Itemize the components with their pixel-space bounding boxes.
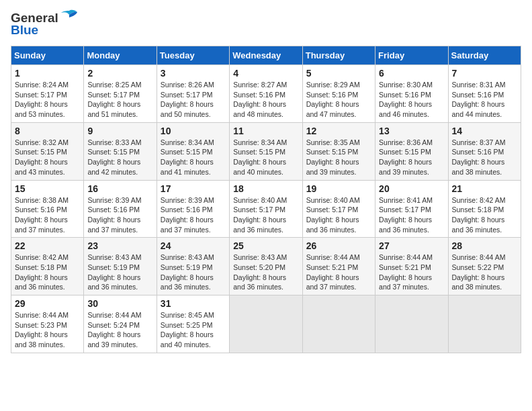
day-info: Sunrise: 8:30 AMSunset: 5:16 PMDaylight:… bbox=[379, 80, 444, 120]
day-header-tuesday: Tuesday bbox=[157, 46, 229, 65]
day-info: Sunrise: 8:34 AMSunset: 5:15 PMDaylight:… bbox=[233, 138, 298, 177]
calendar-cell: 15Sunrise: 8:38 AMSunset: 5:16 PMDayligh… bbox=[11, 180, 84, 238]
calendar-cell: 9Sunrise: 8:33 AMSunset: 5:15 PMDaylight… bbox=[84, 122, 157, 180]
calendar-cell: 28Sunrise: 8:44 AMSunset: 5:22 PMDayligh… bbox=[448, 238, 521, 295]
day-info: Sunrise: 8:43 AMSunset: 5:19 PMDaylight:… bbox=[87, 253, 152, 292]
day-info: Sunrise: 8:41 AMSunset: 5:17 PMDaylight:… bbox=[379, 195, 444, 235]
calendar-week-row: 22Sunrise: 8:42 AMSunset: 5:18 PMDayligh… bbox=[11, 238, 521, 295]
calendar-cell: 14Sunrise: 8:37 AMSunset: 5:16 PMDayligh… bbox=[448, 122, 521, 180]
calendar-cell: 2Sunrise: 8:25 AMSunset: 5:17 PMDaylight… bbox=[84, 65, 157, 123]
calendar-cell: 12Sunrise: 8:35 AMSunset: 5:15 PMDayligh… bbox=[302, 122, 375, 180]
day-info: Sunrise: 8:42 AMSunset: 5:18 PMDaylight:… bbox=[452, 195, 517, 235]
day-number: 31 bbox=[161, 298, 226, 309]
day-info: Sunrise: 8:44 AMSunset: 5:21 PMDaylight:… bbox=[379, 253, 444, 292]
day-number: 6 bbox=[379, 68, 444, 79]
calendar-cell: 3Sunrise: 8:26 AMSunset: 5:17 PMDaylight… bbox=[157, 65, 229, 123]
day-info: Sunrise: 8:45 AMSunset: 5:25 PMDaylight:… bbox=[161, 310, 226, 350]
day-number: 19 bbox=[306, 183, 371, 194]
day-number: 22 bbox=[15, 240, 80, 251]
calendar-cell bbox=[448, 295, 521, 353]
day-number: 20 bbox=[379, 183, 444, 194]
calendar-cell: 16Sunrise: 8:39 AMSunset: 5:16 PMDayligh… bbox=[84, 180, 157, 238]
day-number: 26 bbox=[306, 240, 371, 251]
calendar-cell: 7Sunrise: 8:31 AMSunset: 5:16 PMDaylight… bbox=[448, 65, 521, 123]
day-number: 27 bbox=[379, 240, 444, 251]
calendar-cell: 25Sunrise: 8:43 AMSunset: 5:20 PMDayligh… bbox=[230, 238, 302, 295]
calendar-cell bbox=[230, 295, 302, 353]
day-info: Sunrise: 8:24 AMSunset: 5:17 PMDaylight:… bbox=[15, 80, 80, 120]
day-info: Sunrise: 8:42 AMSunset: 5:18 PMDaylight:… bbox=[15, 253, 80, 292]
calendar-week-row: 29Sunrise: 8:44 AMSunset: 5:23 PMDayligh… bbox=[11, 295, 521, 353]
calendar-cell: 29Sunrise: 8:44 AMSunset: 5:23 PMDayligh… bbox=[11, 295, 84, 353]
calendar-cell: 31Sunrise: 8:45 AMSunset: 5:25 PMDayligh… bbox=[157, 295, 229, 353]
day-info: Sunrise: 8:39 AMSunset: 5:16 PMDaylight:… bbox=[161, 195, 226, 235]
calendar-table: SundayMondayTuesdayWednesdayThursdayFrid… bbox=[11, 46, 521, 353]
day-number: 12 bbox=[306, 126, 371, 136]
day-number: 10 bbox=[161, 126, 226, 136]
logo-bird-icon bbox=[60, 9, 79, 24]
calendar-cell: 21Sunrise: 8:42 AMSunset: 5:18 PMDayligh… bbox=[448, 180, 521, 238]
calendar-cell bbox=[375, 295, 448, 353]
logo-blue-text: Blue bbox=[11, 23, 38, 38]
day-number: 16 bbox=[87, 183, 152, 194]
day-info: Sunrise: 8:44 AMSunset: 5:21 PMDaylight:… bbox=[306, 253, 371, 292]
calendar-cell bbox=[302, 295, 375, 353]
day-info: Sunrise: 8:29 AMSunset: 5:16 PMDaylight:… bbox=[306, 80, 371, 120]
day-header-wednesday: Wednesday bbox=[230, 46, 302, 65]
calendar-cell: 4Sunrise: 8:27 AMSunset: 5:16 PMDaylight… bbox=[230, 65, 302, 123]
calendar-cell: 1Sunrise: 8:24 AMSunset: 5:17 PMDaylight… bbox=[11, 65, 84, 123]
day-number: 15 bbox=[15, 183, 80, 194]
day-info: Sunrise: 8:43 AMSunset: 5:19 PMDaylight:… bbox=[161, 253, 226, 292]
day-info: Sunrise: 8:38 AMSunset: 5:16 PMDaylight:… bbox=[15, 195, 80, 235]
day-info: Sunrise: 8:32 AMSunset: 5:15 PMDaylight:… bbox=[15, 138, 80, 177]
day-number: 29 bbox=[15, 298, 80, 309]
day-info: Sunrise: 8:27 AMSunset: 5:16 PMDaylight:… bbox=[233, 80, 298, 120]
day-number: 2 bbox=[87, 68, 152, 79]
calendar-cell: 19Sunrise: 8:40 AMSunset: 5:17 PMDayligh… bbox=[302, 180, 375, 238]
day-info: Sunrise: 8:44 AMSunset: 5:22 PMDaylight:… bbox=[452, 253, 517, 292]
day-number: 3 bbox=[161, 68, 226, 79]
day-number: 28 bbox=[452, 240, 517, 251]
day-number: 30 bbox=[87, 298, 152, 309]
day-header-monday: Monday bbox=[84, 46, 157, 65]
calendar-cell: 11Sunrise: 8:34 AMSunset: 5:15 PMDayligh… bbox=[230, 122, 302, 180]
day-header-saturday: Saturday bbox=[448, 46, 521, 65]
calendar-week-row: 8Sunrise: 8:32 AMSunset: 5:15 PMDaylight… bbox=[11, 122, 521, 180]
day-info: Sunrise: 8:44 AMSunset: 5:24 PMDaylight:… bbox=[87, 310, 152, 350]
day-number: 17 bbox=[161, 183, 226, 194]
calendar-cell: 8Sunrise: 8:32 AMSunset: 5:15 PMDaylight… bbox=[11, 122, 84, 180]
calendar-week-row: 15Sunrise: 8:38 AMSunset: 5:16 PMDayligh… bbox=[11, 180, 521, 238]
calendar-cell: 22Sunrise: 8:42 AMSunset: 5:18 PMDayligh… bbox=[11, 238, 84, 295]
day-header-thursday: Thursday bbox=[302, 46, 375, 65]
day-number: 8 bbox=[15, 126, 80, 136]
day-number: 11 bbox=[233, 126, 298, 136]
calendar-cell: 24Sunrise: 8:43 AMSunset: 5:19 PMDayligh… bbox=[157, 238, 229, 295]
calendar-cell: 5Sunrise: 8:29 AMSunset: 5:16 PMDaylight… bbox=[302, 65, 375, 123]
day-info: Sunrise: 8:33 AMSunset: 5:15 PMDaylight:… bbox=[87, 138, 152, 177]
calendar-cell: 17Sunrise: 8:39 AMSunset: 5:16 PMDayligh… bbox=[157, 180, 229, 238]
calendar-cell: 27Sunrise: 8:44 AMSunset: 5:21 PMDayligh… bbox=[375, 238, 448, 295]
day-info: Sunrise: 8:35 AMSunset: 5:15 PMDaylight:… bbox=[306, 138, 371, 177]
day-info: Sunrise: 8:36 AMSunset: 5:15 PMDaylight:… bbox=[379, 138, 444, 177]
calendar-cell: 10Sunrise: 8:34 AMSunset: 5:15 PMDayligh… bbox=[157, 122, 229, 180]
day-number: 21 bbox=[452, 183, 517, 194]
calendar-header-row: SundayMondayTuesdayWednesdayThursdayFrid… bbox=[11, 46, 521, 65]
day-number: 4 bbox=[233, 68, 298, 79]
day-number: 13 bbox=[379, 126, 444, 136]
calendar-cell: 30Sunrise: 8:44 AMSunset: 5:24 PMDayligh… bbox=[84, 295, 157, 353]
day-info: Sunrise: 8:39 AMSunset: 5:16 PMDaylight:… bbox=[87, 195, 152, 235]
day-number: 5 bbox=[306, 68, 371, 79]
day-info: Sunrise: 8:25 AMSunset: 5:17 PMDaylight:… bbox=[87, 80, 152, 120]
day-number: 14 bbox=[452, 126, 517, 136]
calendar-cell: 20Sunrise: 8:41 AMSunset: 5:17 PMDayligh… bbox=[375, 180, 448, 238]
day-number: 18 bbox=[233, 183, 298, 194]
day-info: Sunrise: 8:40 AMSunset: 5:17 PMDaylight:… bbox=[306, 195, 371, 235]
calendar-week-row: 1Sunrise: 8:24 AMSunset: 5:17 PMDaylight… bbox=[11, 65, 521, 123]
day-number: 25 bbox=[233, 240, 298, 251]
day-number: 7 bbox=[452, 68, 517, 79]
day-info: Sunrise: 8:43 AMSunset: 5:20 PMDaylight:… bbox=[233, 253, 298, 292]
day-info: Sunrise: 8:31 AMSunset: 5:16 PMDaylight:… bbox=[452, 80, 517, 120]
day-header-friday: Friday bbox=[375, 46, 448, 65]
day-info: Sunrise: 8:40 AMSunset: 5:17 PMDaylight:… bbox=[233, 195, 298, 235]
page-header: General Blue bbox=[11, 11, 521, 38]
